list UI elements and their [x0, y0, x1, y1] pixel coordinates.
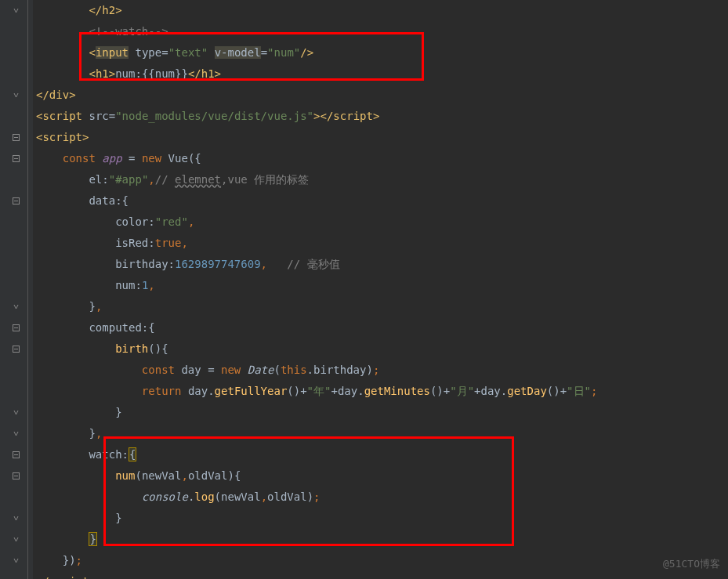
gutter-line — [0, 169, 33, 190]
code-token: input — [96, 46, 129, 59]
code-token: +day. — [331, 385, 364, 397]
code-token: div — [49, 89, 69, 101]
code-line[interactable]: const app = new Vue({ — [36, 148, 728, 169]
fold-close-icon[interactable] — [13, 409, 20, 417]
fold-open-icon[interactable] — [13, 451, 20, 459]
gutter-line — [0, 487, 33, 508]
code-line[interactable]: }); — [36, 550, 728, 571]
gutter-line — [0, 550, 33, 571]
fold-open-icon[interactable] — [13, 346, 20, 353]
fold-close-icon[interactable] — [13, 303, 20, 311]
code-token: script — [49, 575, 89, 579]
code-token: ( — [273, 364, 280, 376]
code-line[interactable]: watch:{ — [36, 444, 728, 465]
code-token: , — [148, 173, 154, 186]
code-line[interactable]: } — [36, 402, 728, 423]
code-line[interactable]: isRed:true, — [36, 233, 728, 254]
fold-close-icon[interactable] — [13, 92, 20, 100]
code-token: oldVal){ — [188, 469, 241, 482]
code-token: ({ — [188, 152, 201, 165]
gutter-line — [0, 254, 33, 275]
gutter-line — [0, 212, 33, 233]
gutter-line — [0, 275, 33, 296]
code-token: (newVal — [135, 469, 181, 482]
fold-close-icon[interactable] — [13, 430, 20, 438]
code-line[interactable]: <script> — [36, 127, 728, 148]
code-token: day = — [181, 364, 221, 376]
code-line[interactable]: data:{ — [36, 190, 728, 212]
code-token: color: — [115, 215, 155, 228]
code-token: > — [69, 89, 75, 101]
code-token: getFullYear — [215, 385, 288, 397]
fold-close-icon[interactable] — [13, 536, 20, 544]
code-token: ; — [373, 364, 379, 376]
code-token: num:{{num}} — [115, 67, 188, 80]
code-token: app — [102, 152, 121, 165]
code-token: "日" — [567, 385, 591, 397]
code-line[interactable]: return day.getFullYear()+"年"+day.getMinu… — [36, 381, 728, 402]
code-token: > — [215, 67, 221, 80]
code-line[interactable]: } — [36, 508, 728, 529]
fold-open-icon[interactable] — [13, 197, 20, 205]
code-line[interactable]: }, — [36, 423, 728, 444]
code-line[interactable]: </div> — [36, 85, 728, 106]
code-token: new — [142, 152, 168, 165]
code-token: const — [142, 364, 182, 376]
code-token: } — [89, 300, 95, 313]
code-line[interactable]: <h1>num:{{num}}</h1> — [36, 63, 728, 85]
watermark: @51CTO博客 — [663, 557, 720, 571]
code-line[interactable]: } — [36, 529, 728, 550]
code-token: true — [155, 237, 182, 249]
code-line[interactable]: }, — [36, 296, 728, 317]
code-line[interactable]: <input type="text" v-model="num"/> — [36, 42, 728, 63]
code-line[interactable]: color:"red", — [36, 212, 728, 233]
code-token: } — [115, 406, 121, 418]
code-line[interactable]: </h2> — [36, 0, 728, 21]
code-line[interactable]: num:1, — [36, 275, 728, 296]
code-line[interactable]: num(newVal,oldVal){ — [36, 465, 728, 487]
gutter-line — [0, 338, 33, 360]
gutter-line — [0, 465, 33, 487]
code-token — [208, 46, 214, 59]
gutter-line — [0, 233, 33, 254]
fold-open-icon[interactable] — [13, 155, 20, 163]
code-line[interactable]: el:"#app",// elemnet,vue 作用的标签 — [36, 169, 728, 190]
code-token: , — [96, 300, 102, 313]
code-token: el: — [89, 173, 108, 186]
code-token: > — [89, 575, 95, 579]
gutter-line — [0, 402, 33, 423]
code-token: src= — [89, 110, 115, 122]
fold-open-icon[interactable] — [13, 134, 20, 142]
code-token: , — [148, 279, 154, 291]
fold-close-icon[interactable] — [13, 7, 20, 15]
fold-open-icon[interactable] — [13, 324, 20, 332]
code-token: return — [142, 385, 188, 397]
gutter-line — [0, 529, 33, 550]
code-token: } — [89, 427, 95, 440]
code-area[interactable]: </h2> <!--watch--> <input type="text" v-… — [33, 0, 728, 579]
code-token: < — [89, 67, 95, 80]
code-token: , — [96, 427, 102, 440]
code-line[interactable]: </script> — [36, 571, 728, 579]
code-token: > — [373, 110, 379, 122]
gutter-line — [0, 148, 33, 169]
fold-close-icon[interactable] — [13, 557, 20, 565]
code-line[interactable]: <!--watch--> — [36, 21, 728, 42]
code-line[interactable]: computed:{ — [36, 317, 728, 338]
gutter — [0, 0, 33, 579]
code-line[interactable]: birthday:1629897747609, // 毫秒值 — [36, 254, 728, 275]
code-line[interactable]: <script src="node_modules/vue/dist/vue.j… — [36, 106, 728, 127]
code-line[interactable]: birth(){ — [36, 338, 728, 360]
code-token: "node_modules/vue/dist/vue.js" — [115, 110, 313, 122]
code-line[interactable]: const day = new Date(this.birthday); — [36, 360, 728, 381]
code-token: ; — [313, 490, 320, 503]
code-token: } — [115, 512, 121, 524]
code-token: "#app" — [109, 173, 149, 186]
fold-open-icon[interactable] — [13, 472, 20, 480]
code-token: "月" — [450, 385, 474, 397]
code-token: , — [261, 490, 267, 503]
fold-close-icon[interactable] — [13, 515, 20, 523]
code-line[interactable]: console.log(newVal,oldVal); — [36, 487, 728, 508]
gutter-line — [0, 85, 33, 106]
code-token: < — [89, 46, 95, 59]
